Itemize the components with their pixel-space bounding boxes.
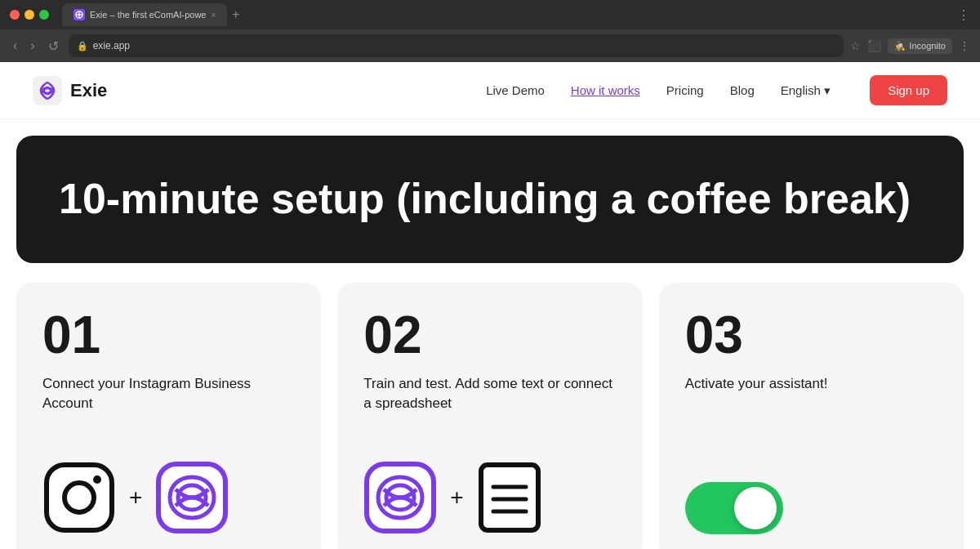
nav-link-live-demo[interactable]: Live Demo	[486, 83, 545, 97]
step-card-1: 01 Connect your Instagram Business Accou…	[16, 283, 321, 549]
logo-icon	[33, 76, 62, 105]
steps-grid: 01 Connect your Instagram Business Accou…	[0, 283, 980, 549]
nav-link-how-it-works[interactable]: How it works	[571, 83, 640, 97]
lock-icon: 🔒	[77, 41, 88, 51]
new-tab-button[interactable]: +	[227, 7, 244, 22]
url-text: exie.app	[93, 40, 130, 51]
hero-title: 10-minute setup (including a coffee brea…	[59, 175, 921, 224]
hero-section: 10-minute setup (including a coffee brea…	[16, 136, 964, 263]
step-description-2: Train and test. Add some text or connect…	[363, 374, 616, 413]
extensions-icon[interactable]: ⬛	[867, 39, 881, 52]
tab-favicon	[74, 9, 85, 20]
forward-button[interactable]: ›	[27, 37, 38, 55]
website-content: Exie Live Demo How it works Pricing Blog…	[0, 62, 980, 549]
toggle-container	[685, 482, 938, 534]
step-description-1: Connect your Instagram Business Account	[42, 374, 295, 413]
activate-toggle[interactable]	[685, 482, 783, 534]
plus-icon-1: +	[129, 484, 142, 511]
reload-button[interactable]: ↺	[45, 37, 62, 56]
svg-point-8	[93, 475, 101, 484]
tab-title: Exie – the first eComAI-powe	[90, 10, 206, 20]
svg-rect-6	[47, 465, 112, 530]
step-number-1: 01	[42, 309, 295, 361]
toggle-knob	[734, 487, 777, 529]
step-number-2: 02	[363, 309, 616, 361]
step-card-2: 02 Train and test. Add some text or conn…	[337, 283, 642, 549]
svg-rect-4	[33, 76, 62, 105]
maximize-button[interactable]	[39, 10, 49, 20]
tab-bar: Exie – the first eComAI-powe × +	[62, 3, 951, 26]
language-selector[interactable]: English ▾	[781, 83, 831, 98]
exie-icon-1	[155, 461, 229, 534]
browser-tab[interactable]: Exie – the first eComAI-powe ×	[62, 3, 227, 26]
step-card-3: 03 Activate your assistant!	[659, 283, 964, 549]
incognito-badge: 🕵 Incognito	[888, 38, 952, 54]
document-icon	[477, 461, 542, 534]
logo-text: Exie	[70, 80, 107, 101]
browser-chrome: Exie – the first eComAI-powe × + ⋮ ‹ › ↺…	[0, 0, 980, 62]
more-icon[interactable]: ⋮	[957, 7, 970, 23]
address-bar[interactable]: 🔒 exie.app	[69, 34, 844, 57]
step-visual-2: +	[363, 461, 616, 534]
traffic-lights	[10, 10, 49, 20]
step-visual-1: +	[42, 461, 295, 534]
incognito-icon: 🕵	[894, 41, 906, 51]
nav-link-pricing[interactable]: Pricing	[666, 83, 704, 97]
tab-close-icon[interactable]: ×	[211, 11, 216, 20]
navigation: Exie Live Demo How it works Pricing Blog…	[0, 62, 980, 119]
bookmark-icon[interactable]: ☆	[850, 39, 861, 52]
browser-toolbar: ‹ › ↺ 🔒 exie.app ☆ ⬛ 🕵 Incognito ⋮	[0, 29, 980, 62]
back-button[interactable]: ‹	[10, 37, 20, 55]
step-number-3: 03	[685, 309, 938, 361]
close-button[interactable]	[10, 10, 20, 20]
exie-icon-2	[363, 461, 437, 534]
plus-icon-2: +	[450, 484, 463, 511]
instagram-icon	[42, 461, 116, 534]
nav-links: Live Demo How it works Pricing Blog Engl…	[486, 75, 947, 105]
incognito-label: Incognito	[909, 41, 946, 51]
step-description-3: Activate your assistant!	[685, 374, 938, 394]
minimize-button[interactable]	[24, 10, 34, 20]
more-menu-icon[interactable]: ⋮	[959, 39, 970, 52]
title-bar: Exie – the first eComAI-powe × + ⋮	[0, 0, 980, 29]
signup-button[interactable]: Sign up	[870, 75, 947, 105]
nav-link-blog[interactable]: Blog	[730, 83, 755, 97]
toolbar-actions: ☆ ⬛ 🕵 Incognito ⋮	[850, 38, 970, 54]
logo-link[interactable]: Exie	[33, 76, 107, 105]
